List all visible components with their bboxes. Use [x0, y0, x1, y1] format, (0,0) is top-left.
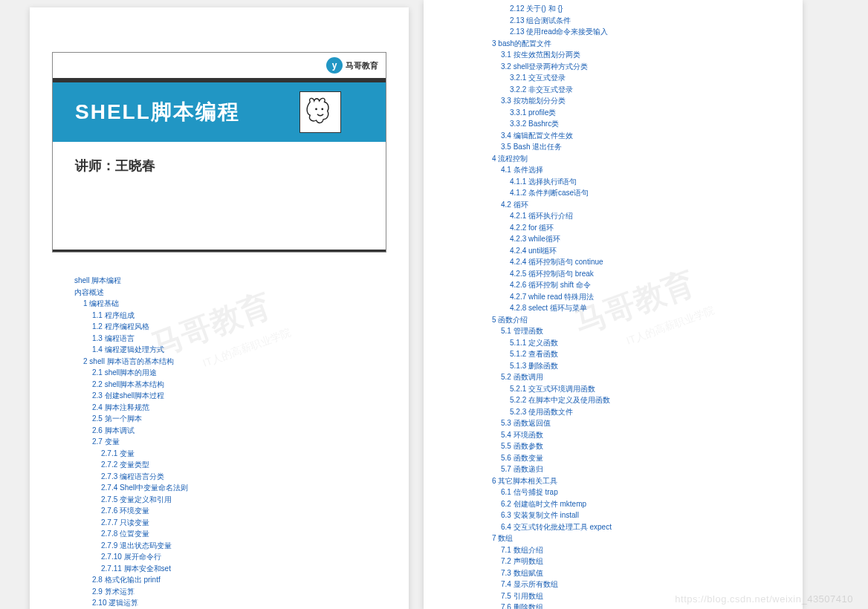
- toc-link[interactable]: 7.1 数组介绍: [501, 544, 773, 556]
- toc-link[interactable]: 4.2.4 until循环: [510, 245, 773, 257]
- toc-link[interactable]: 7.2 声明数组: [501, 556, 773, 567]
- toc-link[interactable]: 4.2.7 while read 特殊用法: [510, 291, 773, 303]
- toc-link[interactable]: 4.1.1 选择执行if语句: [510, 176, 773, 188]
- toc-link[interactable]: 7.3 数组赋值: [501, 567, 773, 579]
- toc-link[interactable]: 3 bash的配置文件: [492, 38, 773, 50]
- svg-point-1: [321, 108, 323, 111]
- toc-link[interactable]: 5.4 环境函数: [501, 429, 773, 441]
- toc-link[interactable]: 3.4 编辑配置文件生效: [501, 130, 773, 142]
- toc-link[interactable]: 2.13 组合测试条件: [510, 15, 773, 27]
- toc-link[interactable]: 1.2 程序编程风格: [92, 321, 379, 333]
- toc-link[interactable]: 4.2.6 循环控制 shift 命令: [510, 279, 773, 291]
- toc-link[interactable]: 3.3.1 profile类: [510, 107, 773, 119]
- toc-link[interactable]: 5.1.3 删除函数: [510, 360, 773, 372]
- slide-title: SHELL脚本编程: [75, 98, 240, 126]
- toc-link[interactable]: 内容概述: [74, 287, 379, 299]
- toc-link[interactable]: 4.1 条件选择: [501, 164, 773, 176]
- toc-link[interactable]: 1.3 编程语言: [92, 333, 379, 345]
- toc-link[interactable]: 2.7.6 环境变量: [101, 505, 379, 517]
- toc-link[interactable]: 5.1 管理函数: [501, 325, 773, 337]
- toc-link[interactable]: 2.7.3 编程语言分类: [101, 471, 379, 483]
- logo: y 马哥教育: [326, 57, 378, 74]
- toc-link[interactable]: 2.7.9 退出状态码变量: [101, 540, 379, 552]
- toc-link[interactable]: 5.1.1 定义函数: [510, 337, 773, 349]
- document-container: y 马哥教育 SHELL脚本编程 讲师：王晓春 马哥教育 IT人的: [0, 0, 868, 609]
- toc-link[interactable]: 2.7.5 变量定义和引用: [101, 494, 379, 506]
- toc-link[interactable]: 2.1 shell脚本的用途: [92, 367, 379, 379]
- toc-link[interactable]: 3.5 Bash 退出任务: [501, 141, 773, 153]
- toc-link[interactable]: 2.5 第一个脚本: [92, 413, 379, 425]
- toc-link[interactable]: 2.3 创建shell脚本过程: [92, 390, 379, 402]
- logo-text: 马哥教育: [346, 60, 378, 71]
- toc-link[interactable]: 4.2.1 循环执行介绍: [510, 210, 773, 222]
- toc-link[interactable]: 2.10 逻辑运算: [92, 597, 379, 609]
- toc-link[interactable]: 7 数组: [492, 533, 773, 544]
- toc-link[interactable]: 2.7.11 脚本安全和set: [101, 563, 379, 575]
- logo-icon: y: [326, 57, 343, 74]
- page-right: 马哥教育 IT人的高薪职业学院 2.12 关于() 和 {}2.13 组合测试条…: [424, 0, 803, 609]
- toc-link[interactable]: 2.6 脚本调试: [92, 425, 379, 437]
- slide-header-card: y 马哥教育 SHELL脚本编程 讲师：王晓春: [52, 52, 386, 253]
- toc-link[interactable]: 5.7 函数递归: [501, 463, 773, 475]
- toc-link[interactable]: 2.7.7 只读变量: [101, 517, 379, 529]
- toc-link[interactable]: 4.2.5 循环控制语句 break: [510, 268, 773, 280]
- toc-link[interactable]: 4.2.3 while循环: [510, 233, 773, 245]
- toc-link[interactable]: 6.2 创建临时文件 mktemp: [501, 498, 773, 510]
- gnu-icon: [299, 91, 341, 133]
- toc-link[interactable]: 2.13 使用read命令来接受输入: [510, 26, 773, 38]
- toc-link[interactable]: 2.8 格式化输出 printf: [92, 574, 379, 586]
- toc-link[interactable]: 3.2.1 交互式登录: [510, 72, 773, 84]
- instructor-label: 讲师：王晓春: [53, 142, 386, 189]
- toc-link[interactable]: 5.2.2 在脚本中定义及使用函数: [510, 394, 773, 406]
- slide-title-band: SHELL脚本编程: [53, 82, 386, 142]
- toc-link[interactable]: 3.2.2 非交互式登录: [510, 84, 773, 96]
- toc-link[interactable]: 5.1.2 查看函数: [510, 348, 773, 360]
- toc-link[interactable]: 5.2.1 交互式环境调用函数: [510, 383, 773, 395]
- toc-link[interactable]: shell 脚本编程: [74, 275, 379, 287]
- page-left: y 马哥教育 SHELL脚本编程 讲师：王晓春 马哥教育 IT人的: [30, 7, 409, 609]
- toc-link[interactable]: 3.3 按功能划分分类: [501, 95, 773, 107]
- toc-link[interactable]: 2.7 变量: [92, 436, 379, 448]
- toc-link[interactable]: 5.2 函数调用: [501, 371, 773, 383]
- toc-link[interactable]: 2.7.8 位置变量: [101, 528, 379, 540]
- toc-link[interactable]: 1.1 程序组成: [92, 310, 379, 322]
- toc-link[interactable]: 4.2.2 for 循环: [510, 222, 773, 234]
- toc-link[interactable]: 2.7.10 展开命令行: [101, 551, 379, 563]
- toc-link[interactable]: 3.1 按生效范围划分两类: [501, 49, 773, 61]
- toc-link[interactable]: 5.6 函数变量: [501, 452, 773, 464]
- slide-footer-line: [53, 250, 386, 252]
- toc-link[interactable]: 3.3.2 Bashrc类: [510, 118, 773, 130]
- toc-link[interactable]: 2.7.4 Shell中变量命名法则: [101, 482, 379, 494]
- toc-link[interactable]: 4.1.2 条件判断case语句: [510, 187, 773, 199]
- toc-link[interactable]: 2.7.2 变量类型: [101, 459, 379, 471]
- toc-right: 2.12 关于() 和 {}2.13 组合测试条件2.13 使用read命令来接…: [424, 0, 803, 609]
- toc-link[interactable]: 2.4 脚本注释规范: [92, 402, 379, 414]
- toc-link[interactable]: 5.3 函数返回值: [501, 417, 773, 429]
- toc-link[interactable]: 5 函数介绍: [492, 314, 773, 326]
- toc-link[interactable]: 5.2.3 使用函数文件: [510, 406, 773, 418]
- toc-link[interactable]: 7.4 显示所有数组: [501, 579, 773, 590]
- toc-link[interactable]: 6.1 信号捕捉 trap: [501, 486, 773, 498]
- toc-link[interactable]: 4.2 循环: [501, 199, 773, 211]
- toc-left: shell 脚本编程内容概述1 编程基础1.1 程序组成1.2 程序编程风格1.…: [30, 267, 409, 609]
- toc-link[interactable]: 4.2.4 循环控制语句 continue: [510, 256, 773, 268]
- footer-watermark: https://blog.csdn.net/weixin_43507410: [675, 593, 853, 605]
- svg-point-0: [315, 108, 317, 111]
- toc-link[interactable]: 2 shell 脚本语言的基本结构: [83, 356, 379, 368]
- toc-link[interactable]: 3.2 shell登录两种方式分类: [501, 61, 773, 73]
- toc-link[interactable]: 6.3 安装复制文件 install: [501, 509, 773, 521]
- toc-link[interactable]: 5.5 函数参数: [501, 440, 773, 452]
- toc-link[interactable]: 1 编程基础: [83, 298, 379, 310]
- toc-link[interactable]: 4.2.8 select 循环与菜单: [510, 302, 773, 314]
- toc-link[interactable]: 2.7.1 变量: [101, 448, 379, 460]
- toc-link[interactable]: 1.4 编程逻辑处理方式: [92, 344, 379, 356]
- toc-link[interactable]: 4 流程控制: [492, 153, 773, 165]
- slide-topbar: y 马哥教育: [53, 53, 386, 82]
- toc-link[interactable]: 2.2 shell脚本基本结构: [92, 379, 379, 391]
- toc-link[interactable]: 6 其它脚本相关工具: [492, 475, 773, 487]
- toc-link[interactable]: 6.4 交互式转化批处理工具 expect: [501, 521, 773, 533]
- toc-link[interactable]: 2.12 关于() 和 {}: [510, 3, 773, 15]
- toc-link[interactable]: 2.9 算术运算: [92, 586, 379, 598]
